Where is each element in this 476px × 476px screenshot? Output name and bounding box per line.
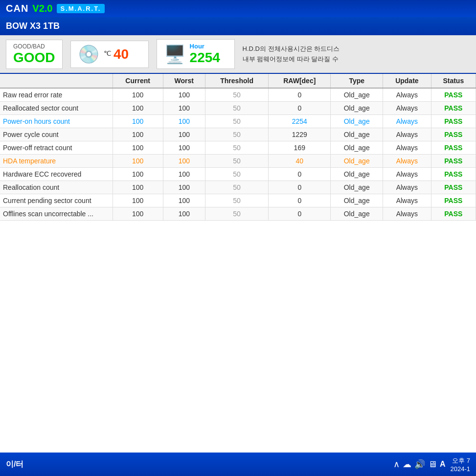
smart-badge: S.M.A.R.T. bbox=[57, 4, 105, 13]
good-bad-box: GOOD/BAD GOOD bbox=[6, 40, 63, 69]
table-row: Current pending sector count 100 100 50 … bbox=[0, 194, 476, 207]
cell-threshold: 50 bbox=[205, 88, 268, 102]
col-name bbox=[0, 74, 113, 88]
cell-worst: 100 bbox=[163, 141, 205, 155]
cell-worst: 100 bbox=[163, 115, 205, 128]
table-header-row: Current Worst Threshold RAW[dec] Type Up… bbox=[0, 74, 476, 88]
cell-type: Old_age bbox=[331, 115, 383, 128]
taskbar-text: 이/터 bbox=[6, 459, 23, 470]
chevron-up-icon: ∧ bbox=[393, 459, 400, 470]
cell-name: Hardware ECC recovered bbox=[0, 168, 113, 181]
cell-type: Old_age bbox=[331, 128, 383, 141]
cell-type: Old_age bbox=[331, 168, 383, 181]
clock-date: 2024-1 bbox=[451, 465, 470, 473]
cell-update: Always bbox=[383, 194, 431, 207]
temperature-value: 40 bbox=[113, 46, 129, 62]
status-area: GOOD/BAD GOOD 💿 ℃ 40 🖥️ Hour 2254 H.D.D의… bbox=[0, 35, 476, 74]
hours-value: 2254 bbox=[190, 50, 220, 65]
cell-threshold: 50 bbox=[205, 128, 268, 141]
main-content-area bbox=[0, 221, 476, 476]
cell-current: 100 bbox=[113, 181, 163, 194]
cell-name: Current pending sector count bbox=[0, 194, 113, 207]
cell-threshold: 50 bbox=[205, 141, 268, 155]
hour-label: Hour bbox=[190, 43, 220, 50]
cell-threshold: 50 bbox=[205, 155, 268, 168]
cell-status: PASS bbox=[431, 88, 476, 102]
cell-name: Raw read error rate bbox=[0, 88, 113, 102]
celsius-symbol: ℃ bbox=[104, 49, 112, 57]
clock-area: 오후 7 2024-1 bbox=[451, 456, 470, 473]
volume-icon: 🔊 bbox=[414, 459, 425, 470]
cell-update: Always bbox=[383, 88, 431, 102]
cell-update: Always bbox=[383, 102, 431, 115]
table-row: Power-off retract count 100 100 50 169 O… bbox=[0, 141, 476, 155]
cell-type: Old_age bbox=[331, 181, 383, 194]
col-current: Current bbox=[113, 74, 163, 88]
cell-threshold: 50 bbox=[205, 181, 268, 194]
cell-type: Old_age bbox=[331, 207, 383, 221]
cell-current: 100 bbox=[113, 155, 163, 168]
system-tray: ∧ ☁ 🔊 🖥 A bbox=[393, 459, 446, 470]
cell-raw: 1229 bbox=[269, 128, 331, 141]
cell-type: Old_age bbox=[331, 102, 383, 115]
cell-name: Reallocation count bbox=[0, 181, 113, 194]
smart-table-container: Current Worst Threshold RAW[dec] Type Up… bbox=[0, 74, 476, 221]
col-threshold: Threshold bbox=[205, 74, 268, 88]
cell-worst: 100 bbox=[163, 155, 205, 168]
cell-type: Old_age bbox=[331, 155, 383, 168]
col-status: Status bbox=[431, 74, 476, 88]
cell-raw: 0 bbox=[269, 168, 331, 181]
table-row: Reallocated sector count 100 100 50 0 Ol… bbox=[0, 102, 476, 115]
cell-update: Always bbox=[383, 207, 431, 221]
cell-threshold: 50 bbox=[205, 168, 268, 181]
version-label: V2.0 bbox=[32, 3, 52, 14]
cell-worst: 100 bbox=[163, 207, 205, 221]
table-row: Reallocation count 100 100 50 0 Old_age … bbox=[0, 181, 476, 194]
cell-worst: 100 bbox=[163, 128, 205, 141]
cell-current: 100 bbox=[113, 115, 163, 128]
clock-time: 오후 7 bbox=[451, 456, 470, 465]
cell-current: 100 bbox=[113, 141, 163, 155]
cell-raw: 0 bbox=[269, 207, 331, 221]
monitor-icon: 🖥 bbox=[428, 459, 437, 470]
cell-current: 100 bbox=[113, 102, 163, 115]
cell-raw: 2254 bbox=[269, 115, 331, 128]
col-type: Type bbox=[331, 74, 383, 88]
cell-current: 100 bbox=[113, 88, 163, 102]
cell-update: Always bbox=[383, 115, 431, 128]
cell-update: Always bbox=[383, 181, 431, 194]
hdd-temp-icon: 💿 bbox=[78, 44, 100, 65]
cell-raw: 0 bbox=[269, 88, 331, 102]
cell-worst: 100 bbox=[163, 181, 205, 194]
cell-raw: 0 bbox=[269, 181, 331, 194]
cell-threshold: 50 bbox=[205, 115, 268, 128]
info-line1: H.D.D의 전체사용시간은 하드디스 bbox=[243, 44, 470, 54]
cell-current: 100 bbox=[113, 207, 163, 221]
cell-status: PASS bbox=[431, 155, 476, 168]
drive-bar: BOW X3 1TB bbox=[0, 17, 476, 35]
hdd-hours-icon: 🖥️ bbox=[164, 44, 186, 65]
cell-name: Offlines scan uncorrectable ... bbox=[0, 207, 113, 221]
cell-update: Always bbox=[383, 128, 431, 141]
cell-raw: 0 bbox=[269, 194, 331, 207]
cell-status: PASS bbox=[431, 115, 476, 128]
cell-current: 100 bbox=[113, 128, 163, 141]
font-icon: A bbox=[440, 460, 446, 469]
cell-status: PASS bbox=[431, 128, 476, 141]
table-row: HDA temperature 100 100 50 40 Old_age Al… bbox=[0, 155, 476, 168]
cell-threshold: 50 bbox=[205, 102, 268, 115]
cell-name: HDA temperature bbox=[0, 155, 113, 168]
cell-name: Power-on hours count bbox=[0, 115, 113, 128]
cell-type: Old_age bbox=[331, 194, 383, 207]
good-bad-value: GOOD bbox=[13, 50, 55, 66]
info-line2: 내부 펌웨어정보에 따라 달라질 수 bbox=[243, 54, 470, 65]
cloud-icon: ☁ bbox=[403, 459, 411, 470]
cell-update: Always bbox=[383, 141, 431, 155]
cell-name: Power cycle count bbox=[0, 128, 113, 141]
cell-update: Always bbox=[383, 168, 431, 181]
cell-threshold: 50 bbox=[205, 194, 268, 207]
cell-current: 100 bbox=[113, 168, 163, 181]
title-bar: CAN V2.0 S.M.A.R.T. bbox=[0, 0, 476, 17]
cell-type: Old_age bbox=[331, 88, 383, 102]
taskbar: 이/터 ∧ ☁ 🔊 🖥 A 오후 7 2024-1 bbox=[0, 453, 476, 476]
